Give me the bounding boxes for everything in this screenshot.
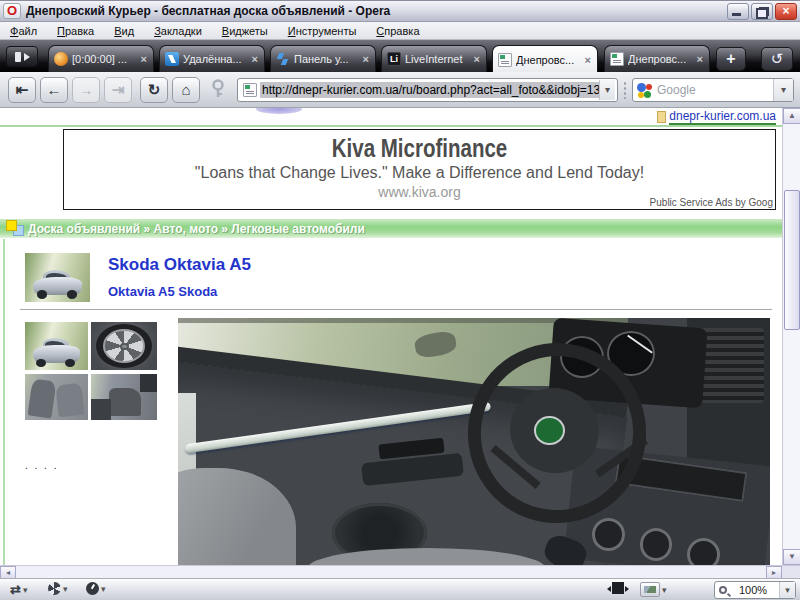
rewind-button[interactable]: ⇤ bbox=[8, 77, 36, 103]
tab-liveinternet[interactable]: Li LiveInternet × bbox=[381, 45, 487, 72]
address-dropdown-button[interactable]: ▾ bbox=[599, 80, 615, 100]
address-toolbar: ⇤ ← → ⇥ ↻ ⌂ http://dnepr-kurier.com.ua/r… bbox=[0, 72, 800, 108]
menu-file[interactable]: Файл bbox=[0, 23, 47, 39]
photo-thumbnail-wheel[interactable] bbox=[91, 322, 157, 370]
menu-help[interactable]: Справка bbox=[366, 23, 429, 39]
close-icon[interactable]: × bbox=[140, 53, 148, 65]
page-icon bbox=[243, 83, 257, 97]
tab-timer[interactable]: [0:00:00] ... × bbox=[48, 45, 154, 72]
close-icon[interactable]: × bbox=[584, 54, 592, 66]
status-bar: ⇄ ▾ ▾ ▾ ▾ 100% ▾ bbox=[0, 578, 800, 600]
chevron-down-icon: ▾ bbox=[63, 584, 68, 594]
photo-thumbnail-seats[interactable] bbox=[25, 374, 88, 420]
menu-bar: Файл Правка Вид Закладки Виджеты Инструм… bbox=[0, 22, 800, 40]
car-interior-photo[interactable] bbox=[178, 318, 770, 565]
menu-widgets[interactable]: Виджеты bbox=[212, 23, 278, 39]
close-icon[interactable]: × bbox=[251, 53, 259, 65]
divider bbox=[20, 309, 772, 310]
liveinternet-icon: Li bbox=[387, 52, 401, 66]
search-box[interactable]: Google ▾ bbox=[632, 78, 794, 102]
gauge-icon bbox=[86, 582, 99, 595]
menu-edit[interactable]: Правка bbox=[47, 23, 104, 39]
tab-dnepr-kurier-2[interactable]: Днепровс... × bbox=[604, 45, 710, 72]
panel-toggle-button[interactable] bbox=[612, 582, 624, 594]
vertical-scrollbar[interactable]: ▲ ▼ bbox=[782, 108, 800, 565]
page-icon bbox=[610, 52, 624, 66]
search-engine-dropdown[interactable]: ▾ bbox=[773, 79, 793, 101]
close-icon[interactable]: × bbox=[362, 53, 370, 65]
ad-attribution[interactable]: Public Service Ads by Goog bbox=[650, 197, 773, 208]
zoom-control[interactable]: 100% ▾ bbox=[714, 581, 796, 599]
menu-view[interactable]: Вид bbox=[104, 23, 144, 39]
skoda-emblem bbox=[536, 418, 563, 443]
sync-icon: ⇄ bbox=[10, 582, 21, 597]
scrollbar-thumb[interactable] bbox=[784, 190, 800, 330]
zoom-level: 100% bbox=[727, 584, 779, 596]
scroll-up-button[interactable]: ▲ bbox=[783, 108, 800, 124]
address-field[interactable]: http://dnepr-kurier.com.ua/ru/board.php?… bbox=[237, 78, 618, 102]
reload-button[interactable]: ↻ bbox=[140, 77, 168, 103]
pagination-dots: . . . . bbox=[25, 460, 58, 471]
sync-button[interactable]: ⇄ ▾ bbox=[10, 582, 27, 597]
image-icon bbox=[640, 582, 660, 597]
toolbar-drag-handle[interactable] bbox=[622, 81, 628, 99]
listing-main-thumbnail[interactable] bbox=[25, 253, 90, 302]
images-button[interactable]: ▾ bbox=[640, 582, 667, 597]
panel-arrow-icon bbox=[24, 53, 30, 61]
close-icon[interactable]: × bbox=[696, 53, 704, 65]
page-viewport: dnepr-kurier.com.ua Kiva Microfinance "L… bbox=[0, 108, 800, 565]
breadcrumb[interactable]: Доска объявлений » Авто, мото » Легковые… bbox=[28, 222, 365, 236]
close-button[interactable]: × bbox=[775, 3, 797, 20]
site-logo-remnant bbox=[256, 108, 302, 114]
fast-forward-button[interactable]: ⇥ bbox=[104, 77, 132, 103]
ad-title-link[interactable]: Kiva Microfinance bbox=[128, 134, 711, 163]
lightning-icon bbox=[276, 52, 290, 66]
zoom-dropdown-button[interactable]: ▾ bbox=[779, 582, 795, 598]
title-bar[interactable]: O Днепровский Курьер - бесплатная доска … bbox=[0, 0, 800, 22]
network-button[interactable]: ▾ bbox=[86, 582, 106, 595]
google-icon bbox=[637, 83, 652, 98]
tab-remote[interactable]: Удалённа... × bbox=[159, 45, 265, 72]
site-bullet-icon bbox=[657, 111, 666, 123]
tab-dnepr-kurier-active[interactable]: Днепровс... × bbox=[492, 45, 598, 73]
closed-tabs-button[interactable]: ↺ bbox=[761, 47, 793, 71]
listing-title-link[interactable]: Skoda Oktavia A5 bbox=[108, 255, 251, 275]
ad-tagline: "Loans that Change Lives." Make a Differ… bbox=[64, 164, 775, 182]
climate-knob bbox=[640, 528, 673, 561]
tab-panel[interactable]: Панель у... × bbox=[270, 45, 376, 72]
listing-subtitle-link[interactable]: Oktavia A5 Skoda bbox=[108, 284, 217, 299]
photo-thumbnail-exterior[interactable] bbox=[25, 322, 88, 370]
new-tab-button[interactable]: + bbox=[716, 47, 746, 71]
turbo-button[interactable]: ▾ bbox=[48, 582, 68, 595]
search-placeholder[interactable]: Google bbox=[657, 83, 773, 97]
scroll-down-button[interactable]: ▼ bbox=[783, 549, 800, 565]
close-icon[interactable]: × bbox=[473, 53, 481, 65]
panels-toggle-button[interactable] bbox=[6, 46, 38, 67]
magnifier-icon bbox=[719, 586, 727, 594]
menu-tools[interactable]: Инструменты bbox=[278, 23, 367, 39]
password-manager-button[interactable] bbox=[206, 79, 230, 101]
back-button[interactable]: ← bbox=[40, 77, 68, 103]
climate-knob bbox=[592, 518, 625, 551]
home-button[interactable]: ⌂ bbox=[172, 77, 200, 103]
horizontal-scrollbar[interactable]: ◂ ▸ bbox=[0, 565, 800, 578]
minimize-button[interactable] bbox=[727, 3, 749, 20]
page-icon bbox=[498, 53, 512, 67]
restore-button[interactable] bbox=[751, 3, 773, 20]
menu-bookmarks[interactable]: Закладки bbox=[144, 23, 212, 39]
air-vents bbox=[699, 328, 764, 403]
google-ad[interactable]: Kiva Microfinance "Loans that Change Liv… bbox=[63, 129, 776, 210]
key-icon bbox=[210, 79, 226, 99]
panel-icon bbox=[15, 52, 21, 62]
site-domain-link[interactable]: dnepr-kurier.com.ua bbox=[669, 109, 776, 125]
turbo-icon bbox=[48, 582, 61, 595]
forward-button[interactable]: → bbox=[72, 77, 100, 103]
blue-app-icon bbox=[165, 52, 179, 66]
opera-logo-icon: O bbox=[3, 3, 21, 19]
chevron-down-icon: ▾ bbox=[662, 585, 667, 595]
url-text[interactable]: http://dnepr-kurier.com.ua/ru/board.php?… bbox=[260, 82, 599, 98]
photo-thumbnail-interior[interactable] bbox=[91, 374, 157, 420]
opera-window: O Днепровский Курьер - бесплатная доска … bbox=[0, 0, 800, 600]
hamster-icon bbox=[54, 52, 68, 66]
climate-knob bbox=[687, 538, 720, 565]
